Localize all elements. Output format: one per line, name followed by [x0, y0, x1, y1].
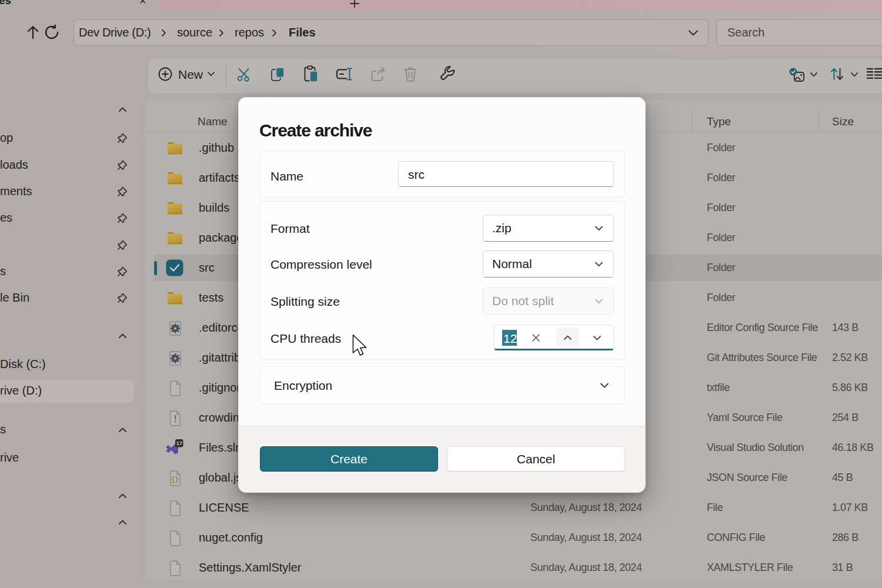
svg-text:!: !: [173, 413, 177, 425]
svg-text:{}: {}: [172, 475, 179, 483]
svg-text:17: 17: [176, 440, 183, 446]
